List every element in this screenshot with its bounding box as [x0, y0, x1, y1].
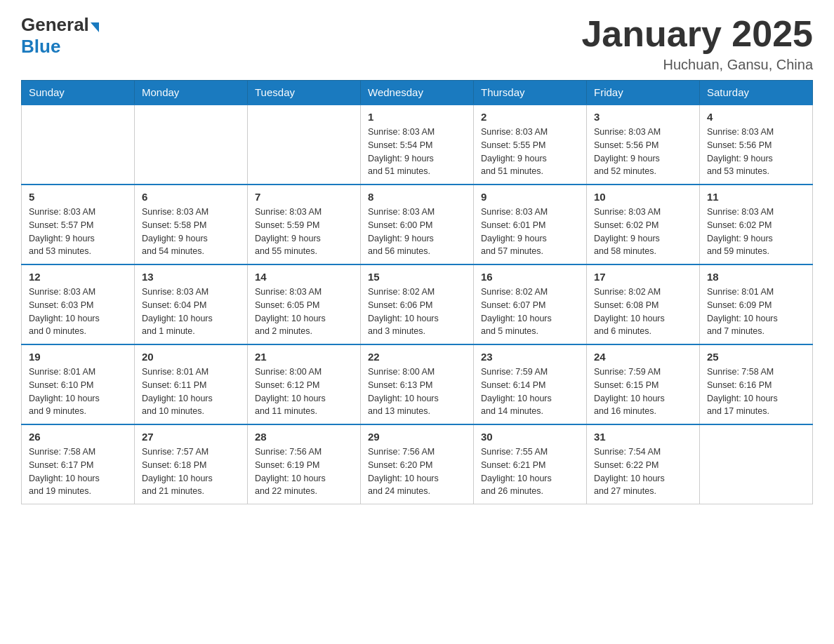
logo-general-text: General [21, 14, 89, 36]
day-info: Sunrise: 8:03 AMSunset: 5:57 PMDaylight:… [29, 206, 127, 258]
day-number: 1 [368, 111, 466, 123]
day-number: 24 [594, 351, 692, 363]
table-row: 21Sunrise: 8:00 AMSunset: 6:12 PMDayligh… [248, 344, 361, 424]
table-row: 31Sunrise: 7:54 AMSunset: 6:22 PMDayligh… [587, 424, 700, 504]
day-number: 2 [481, 111, 579, 123]
day-number: 6 [142, 191, 240, 203]
table-row: 20Sunrise: 8:01 AMSunset: 6:11 PMDayligh… [135, 344, 248, 424]
table-row: 25Sunrise: 7:58 AMSunset: 6:16 PMDayligh… [700, 344, 813, 424]
title-block: January 2025 Huchuan, Gansu, China [581, 14, 813, 73]
day-info: Sunrise: 7:56 AMSunset: 6:19 PMDaylight:… [255, 445, 353, 498]
calendar-header: Sunday Monday Tuesday Wednesday Thursday… [22, 81, 813, 105]
table-row: 15Sunrise: 8:02 AMSunset: 6:06 PMDayligh… [361, 264, 474, 344]
day-info: Sunrise: 7:59 AMSunset: 6:15 PMDaylight:… [594, 365, 692, 418]
day-info: Sunrise: 8:03 AMSunset: 5:58 PMDaylight:… [142, 206, 240, 258]
table-row: 27Sunrise: 7:57 AMSunset: 6:18 PMDayligh… [135, 424, 248, 504]
table-row: 7Sunrise: 8:03 AMSunset: 5:59 PMDaylight… [248, 185, 361, 264]
table-row: 14Sunrise: 8:03 AMSunset: 6:05 PMDayligh… [248, 264, 361, 344]
day-number: 11 [707, 191, 805, 203]
table-row [700, 424, 813, 504]
day-number: 5 [29, 191, 127, 203]
table-row: 18Sunrise: 8:01 AMSunset: 6:09 PMDayligh… [700, 264, 813, 344]
day-info: Sunrise: 8:03 AMSunset: 6:00 PMDaylight:… [368, 206, 466, 258]
day-number: 20 [142, 351, 240, 363]
day-number: 28 [255, 431, 353, 443]
day-info: Sunrise: 8:02 AMSunset: 6:08 PMDaylight:… [594, 286, 692, 338]
col-monday: Monday [135, 81, 248, 105]
calendar-row: 19Sunrise: 8:01 AMSunset: 6:10 PMDayligh… [22, 344, 813, 424]
day-info: Sunrise: 8:03 AMSunset: 5:55 PMDaylight:… [481, 126, 579, 178]
day-number: 19 [29, 351, 127, 363]
table-row: 16Sunrise: 8:02 AMSunset: 6:07 PMDayligh… [474, 264, 587, 344]
table-row: 24Sunrise: 7:59 AMSunset: 6:15 PMDayligh… [587, 344, 700, 424]
day-info: Sunrise: 8:03 AMSunset: 6:02 PMDaylight:… [707, 206, 805, 258]
day-number: 21 [255, 351, 353, 363]
day-info: Sunrise: 8:00 AMSunset: 6:12 PMDaylight:… [255, 365, 353, 418]
day-number: 10 [594, 191, 692, 203]
day-number: 15 [368, 271, 466, 283]
location: Huchuan, Gansu, China [581, 57, 813, 73]
day-number: 25 [707, 351, 805, 363]
table-row: 2Sunrise: 8:03 AMSunset: 5:55 PMDaylight… [474, 105, 587, 185]
month-title: January 2025 [581, 14, 813, 54]
calendar-row: 26Sunrise: 7:58 AMSunset: 6:17 PMDayligh… [22, 424, 813, 504]
day-info: Sunrise: 8:02 AMSunset: 6:06 PMDaylight:… [368, 286, 466, 338]
day-info: Sunrise: 8:03 AMSunset: 5:54 PMDaylight:… [368, 126, 466, 178]
table-row: 5Sunrise: 8:03 AMSunset: 5:57 PMDaylight… [22, 185, 135, 264]
calendar-table: Sunday Monday Tuesday Wednesday Thursday… [21, 80, 813, 504]
day-number: 26 [29, 431, 127, 443]
col-friday: Friday [587, 81, 700, 105]
table-row: 13Sunrise: 8:03 AMSunset: 6:04 PMDayligh… [135, 264, 248, 344]
logo: General Blue [21, 14, 100, 58]
table-row [22, 105, 135, 185]
logo-blue-text: Blue [21, 36, 60, 58]
day-info: Sunrise: 8:03 AMSunset: 6:02 PMDaylight:… [594, 206, 692, 258]
table-row: 3Sunrise: 8:03 AMSunset: 5:56 PMDaylight… [587, 105, 700, 185]
table-row: 6Sunrise: 8:03 AMSunset: 5:58 PMDaylight… [135, 185, 248, 264]
day-number: 13 [142, 271, 240, 283]
table-row: 28Sunrise: 7:56 AMSunset: 6:19 PMDayligh… [248, 424, 361, 504]
day-info: Sunrise: 7:58 AMSunset: 6:16 PMDaylight:… [707, 365, 805, 418]
day-info: Sunrise: 8:02 AMSunset: 6:07 PMDaylight:… [481, 286, 579, 338]
day-number: 16 [481, 271, 579, 283]
day-number: 4 [707, 111, 805, 123]
calendar-row: 12Sunrise: 8:03 AMSunset: 6:03 PMDayligh… [22, 264, 813, 344]
col-wednesday: Wednesday [361, 81, 474, 105]
col-sunday: Sunday [22, 81, 135, 105]
day-info: Sunrise: 8:01 AMSunset: 6:09 PMDaylight:… [707, 286, 805, 338]
day-number: 7 [255, 191, 353, 203]
day-number: 29 [368, 431, 466, 443]
table-row: 22Sunrise: 8:00 AMSunset: 6:13 PMDayligh… [361, 344, 474, 424]
day-info: Sunrise: 7:54 AMSunset: 6:22 PMDaylight:… [594, 445, 692, 498]
col-thursday: Thursday [474, 81, 587, 105]
table-row: 8Sunrise: 8:03 AMSunset: 6:00 PMDaylight… [361, 185, 474, 264]
calendar-body: 1Sunrise: 8:03 AMSunset: 5:54 PMDaylight… [22, 105, 813, 504]
day-info: Sunrise: 8:03 AMSunset: 6:03 PMDaylight:… [29, 286, 127, 338]
logo-arrow-icon [91, 22, 99, 32]
day-info: Sunrise: 8:01 AMSunset: 6:11 PMDaylight:… [142, 365, 240, 418]
day-info: Sunrise: 8:03 AMSunset: 5:56 PMDaylight:… [594, 126, 692, 178]
day-number: 30 [481, 431, 579, 443]
table-row: 1Sunrise: 8:03 AMSunset: 5:54 PMDaylight… [361, 105, 474, 185]
day-number: 22 [368, 351, 466, 363]
calendar-row: 5Sunrise: 8:03 AMSunset: 5:57 PMDaylight… [22, 185, 813, 264]
day-number: 14 [255, 271, 353, 283]
day-info: Sunrise: 8:03 AMSunset: 6:05 PMDaylight:… [255, 286, 353, 338]
day-info: Sunrise: 8:03 AMSunset: 6:04 PMDaylight:… [142, 286, 240, 338]
day-number: 3 [594, 111, 692, 123]
day-number: 17 [594, 271, 692, 283]
day-number: 8 [368, 191, 466, 203]
table-row: 29Sunrise: 7:56 AMSunset: 6:20 PMDayligh… [361, 424, 474, 504]
day-number: 18 [707, 271, 805, 283]
header-row: Sunday Monday Tuesday Wednesday Thursday… [22, 81, 813, 105]
day-info: Sunrise: 7:55 AMSunset: 6:21 PMDaylight:… [481, 445, 579, 498]
day-info: Sunrise: 8:03 AMSunset: 5:59 PMDaylight:… [255, 206, 353, 258]
day-number: 23 [481, 351, 579, 363]
day-number: 9 [481, 191, 579, 203]
day-number: 31 [594, 431, 692, 443]
table-row [135, 105, 248, 185]
day-number: 12 [29, 271, 127, 283]
table-row: 4Sunrise: 8:03 AMSunset: 5:56 PMDaylight… [700, 105, 813, 185]
day-info: Sunrise: 8:03 AMSunset: 5:56 PMDaylight:… [707, 126, 805, 178]
table-row: 30Sunrise: 7:55 AMSunset: 6:21 PMDayligh… [474, 424, 587, 504]
